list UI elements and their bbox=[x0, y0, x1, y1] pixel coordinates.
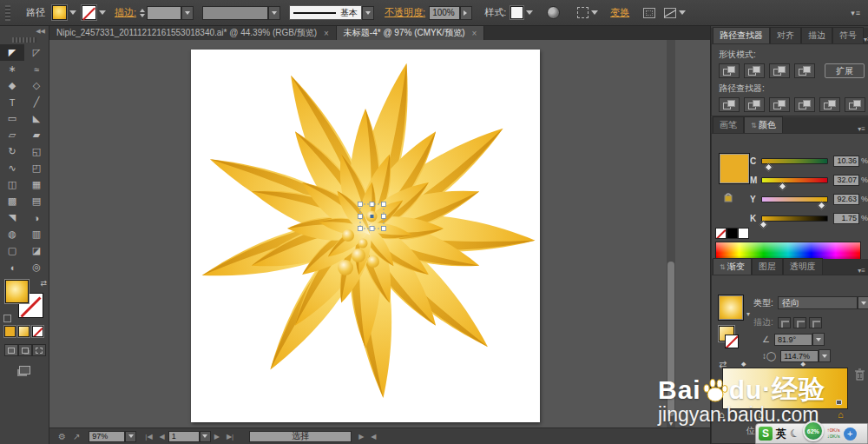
tab-brushes[interactable]: 画笔 bbox=[713, 116, 744, 133]
selection-handle[interactable] bbox=[358, 227, 363, 231]
select-similar-icon[interactable] bbox=[577, 7, 589, 18]
stroke-across-icon[interactable] bbox=[809, 317, 822, 328]
gradient-thumbnail[interactable] bbox=[718, 295, 744, 321]
select-similar-dropdown[interactable] bbox=[591, 10, 598, 15]
rotate-tool[interactable]: ↻ bbox=[0, 143, 24, 160]
gradient-type-dropdown-icon[interactable] bbox=[858, 296, 868, 309]
selection-handle[interactable] bbox=[370, 202, 374, 207]
stroke-style-arrow[interactable] bbox=[362, 6, 374, 20]
none-quick-swatch[interactable] bbox=[715, 228, 727, 239]
transform-link[interactable]: 变换 bbox=[610, 6, 629, 19]
channel-value-field[interactable]: 10.36 bbox=[833, 156, 859, 167]
draw-normal-button[interactable] bbox=[4, 344, 18, 356]
tab-stroke[interactable]: 描边 bbox=[801, 27, 832, 43]
add-button[interactable]: + bbox=[844, 427, 857, 441]
perspective-grid-tool[interactable]: ▦ bbox=[24, 176, 49, 193]
crop-button[interactable] bbox=[794, 97, 815, 112]
brush-definition-dropdown[interactable] bbox=[202, 6, 268, 20]
selection-handle[interactable] bbox=[358, 215, 363, 219]
opacity-field[interactable]: 100% bbox=[429, 6, 460, 20]
exclude-button[interactable] bbox=[794, 63, 815, 78]
default-fill-stroke-icon[interactable] bbox=[3, 315, 11, 322]
zoom-tool[interactable]: ◎ bbox=[24, 259, 49, 275]
swap-fill-stroke-icon[interactable]: ⇄ bbox=[40, 279, 47, 288]
last-artboard-icon[interactable]: ▶| bbox=[227, 433, 233, 441]
gradient-stop[interactable]: ⌂ bbox=[719, 410, 725, 419]
channel-slider[interactable] bbox=[761, 158, 828, 164]
curvature-pen-tool[interactable]: ◇ bbox=[24, 77, 49, 94]
fill-color-swatch[interactable] bbox=[52, 5, 67, 20]
gradient-slider-bar[interactable] bbox=[722, 368, 848, 409]
channel-value-field[interactable]: 92.63 bbox=[833, 194, 859, 205]
minus-front-button[interactable] bbox=[744, 63, 765, 78]
paintbrush-tool[interactable]: ◣ bbox=[24, 110, 49, 127]
gradient-none-swatch[interactable] bbox=[725, 335, 739, 348]
artboard-tool[interactable]: ▢ bbox=[0, 242, 24, 259]
channel-slider[interactable] bbox=[761, 196, 828, 202]
artboard-dropdown[interactable] bbox=[200, 431, 211, 442]
next-artboard-icon[interactable]: ▶ bbox=[214, 433, 220, 441]
pathfinder-panel-menu-icon[interactable]: ▾≡ bbox=[864, 36, 868, 43]
distribute-icon[interactable] bbox=[664, 8, 676, 18]
gradient-stop-locked[interactable]: ⌂ bbox=[838, 410, 844, 419]
pencil-tool[interactable]: ▱ bbox=[0, 127, 24, 143]
tools-collapse-button[interactable]: ◀◀ bbox=[0, 26, 49, 36]
gradient-angle-field[interactable]: 81.9° bbox=[774, 334, 812, 346]
brush-dropdown-arrow[interactable] bbox=[268, 6, 280, 20]
channel-value-field[interactable]: 1.75 bbox=[833, 213, 859, 224]
mesh-tool[interactable]: ▩ bbox=[0, 193, 24, 209]
stroke-weight-link[interactable]: 描边: bbox=[115, 6, 136, 19]
gradient-button[interactable] bbox=[18, 326, 30, 337]
free-transform-tool[interactable]: ◰ bbox=[24, 160, 49, 176]
gradient-midpoint-icon[interactable]: ◆ bbox=[741, 361, 746, 368]
draw-inside-button[interactable] bbox=[32, 344, 46, 356]
gradient-aspect-field[interactable]: 114.7% bbox=[780, 350, 819, 362]
opacity-link[interactable]: 不透明度: bbox=[385, 6, 425, 19]
channel-slider[interactable] bbox=[761, 215, 828, 222]
width-tool[interactable]: ∿ bbox=[0, 160, 24, 176]
stroke-style-dropdown[interactable]: 基本 bbox=[289, 5, 362, 20]
tab-symbols[interactable]: 符号 bbox=[832, 27, 864, 43]
outline-button[interactable] bbox=[819, 97, 840, 112]
ime-language-indicator[interactable]: 英 bbox=[776, 427, 786, 441]
fill-dropdown-icon[interactable] bbox=[69, 10, 76, 15]
fill-indicator[interactable] bbox=[5, 280, 29, 303]
gradient-panel-menu-icon[interactable]: ▾≡ bbox=[858, 267, 865, 275]
intersect-button[interactable] bbox=[769, 63, 790, 78]
hscroll-left-icon[interactable]: ◀ bbox=[371, 433, 376, 441]
color-button[interactable] bbox=[4, 326, 16, 337]
first-artboard-icon[interactable]: |◀ bbox=[145, 433, 152, 441]
tab-pathfinder[interactable]: 路径查找器 bbox=[713, 27, 770, 43]
canvas-area[interactable]: ▼ bbox=[49, 40, 710, 427]
artboard[interactable] bbox=[191, 50, 540, 422]
stroke-weight-field[interactable] bbox=[147, 6, 181, 20]
symbol-sprayer-tool[interactable]: ◍ bbox=[0, 226, 24, 242]
style-swatch[interactable] bbox=[510, 6, 523, 19]
eyedropper-tool[interactable]: ◥ bbox=[0, 209, 24, 226]
align-icon[interactable] bbox=[643, 8, 655, 18]
hand-tool[interactable]: ◖ bbox=[0, 259, 24, 275]
white-quick-swatch[interactable] bbox=[738, 228, 749, 239]
line-segment-tool[interactable]: ╱ bbox=[24, 94, 49, 110]
document-tab-2[interactable]: 未标题-4* @ 97% (CMYK/预览) × bbox=[337, 26, 484, 40]
merge-button[interactable] bbox=[769, 97, 790, 112]
prev-artboard-icon[interactable]: ◀ bbox=[160, 433, 165, 441]
document-tab-1-close-icon[interactable]: × bbox=[324, 29, 329, 38]
gradient-angle-dropdown-icon[interactable] bbox=[812, 333, 825, 346]
tab-layers[interactable]: 图层 bbox=[752, 258, 783, 275]
selection-handle[interactable] bbox=[382, 227, 386, 231]
selection-handle[interactable] bbox=[370, 227, 374, 231]
stroke-weight-dropdown[interactable] bbox=[181, 6, 194, 20]
gradient-midpoint-icon[interactable]: ◆ bbox=[800, 361, 805, 368]
divide-button[interactable] bbox=[719, 97, 740, 112]
moon-mode-icon[interactable]: ☾ bbox=[788, 427, 801, 441]
channel-slider[interactable] bbox=[761, 177, 828, 183]
minus-back-button[interactable] bbox=[845, 97, 865, 112]
artboard-number-field[interactable]: 1 bbox=[168, 431, 200, 442]
rectangle-tool[interactable]: ▭ bbox=[0, 110, 24, 127]
pen-tool[interactable]: ◆ bbox=[0, 77, 24, 94]
align-dropdown-icon[interactable] bbox=[679, 10, 686, 15]
color-fill-swatch[interactable] bbox=[719, 153, 750, 184]
hscroll-right-icon[interactable]: ▶ bbox=[358, 433, 364, 441]
selection-handle[interactable] bbox=[382, 202, 386, 207]
